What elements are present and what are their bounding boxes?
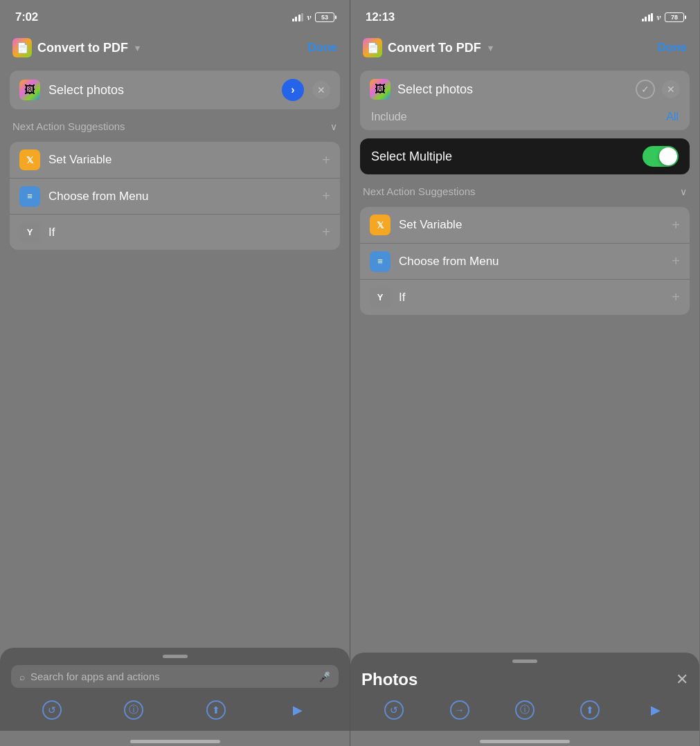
right-suggestion-list: 𝕏 Set Variable + ≡ Choose from Menu + Y … xyxy=(360,207,690,315)
right-signal-icon xyxy=(642,13,654,21)
left-status-icons: 𝝂 53 xyxy=(292,12,335,23)
right-toggle-knob xyxy=(659,147,677,165)
left-bottom-sheet: ⌕ Search for apps and actions 🎤 ↺ ⓘ ⬆ ▶ xyxy=(0,648,350,731)
right-suggestion-item-3[interactable]: Y If + xyxy=(360,279,690,315)
right-card-top-row: 🖼 Select photos ✓ ✕ xyxy=(370,79,680,107)
left-tab-info-icon[interactable]: ⓘ xyxy=(123,699,145,721)
right-set-variable-label: Set Variable xyxy=(399,218,663,232)
right-choose-menu-label: Choose from Menu xyxy=(399,255,663,269)
right-bottom-handle xyxy=(512,659,537,663)
left-suggestion-item-2[interactable]: ≡ Choose from Menu + xyxy=(10,178,340,214)
left-search-bar[interactable]: ⌕ Search for apps and actions 🎤 xyxy=(11,665,339,688)
left-tab-play-icon[interactable]: ▶ xyxy=(287,699,309,721)
left-home-indicator xyxy=(0,731,350,746)
left-set-variable-label: Set Variable xyxy=(48,153,314,167)
right-header-chevron-icon: ▾ xyxy=(488,43,493,53)
left-action-chevron-button[interactable]: › xyxy=(282,79,304,101)
left-action-close-button[interactable]: ✕ xyxy=(312,81,330,99)
right-card-check-icon: ✓ xyxy=(636,80,655,99)
left-bottom-tabs: ↺ ⓘ ⬆ ▶ xyxy=(11,695,339,724)
left-app-icon: 📄 xyxy=(12,38,32,57)
right-include-value[interactable]: All xyxy=(666,111,679,123)
left-photos-icon: 🖼 xyxy=(19,80,40,100)
left-phone-panel: 7:02 𝝂 53 📄 Convert to PDF ▾ Done xyxy=(0,0,350,746)
left-suggestions-header: Next Action Suggestions ∨ xyxy=(10,118,340,134)
right-photos-panel-title: Photos xyxy=(361,670,418,689)
right-photos-icon: 🖼 xyxy=(370,79,391,100)
right-select-photos-card[interactable]: 🖼 Select photos ✓ ✕ Include All xyxy=(360,71,690,130)
left-signal-icon xyxy=(292,13,304,21)
left-action-card-label: Select photos xyxy=(48,83,273,98)
left-select-photos-card[interactable]: 🖼 Select photos › ✕ xyxy=(10,71,340,109)
right-photos-panel-header: Photos ✕ xyxy=(361,670,688,689)
left-add-choose-menu-button[interactable]: + xyxy=(322,188,330,204)
right-header-title-text: Convert To PDF xyxy=(388,41,481,55)
right-close-icon: ✕ xyxy=(667,84,675,95)
right-tab-back-icon[interactable]: ↺ xyxy=(383,699,405,721)
left-suggestion-item-1[interactable]: 𝕏 Set Variable + xyxy=(10,142,340,178)
right-toggle-label: Select Multiple xyxy=(371,149,452,164)
right-if-icon: Y xyxy=(370,287,391,308)
left-suggestions-chevron-icon[interactable]: ∨ xyxy=(330,121,337,132)
right-add-set-variable-button[interactable]: + xyxy=(672,217,680,233)
left-header: 📄 Convert to PDF ▾ Done xyxy=(0,30,350,65)
left-suggestion-item-3[interactable]: Y If + xyxy=(10,214,340,250)
left-header-title-text: Convert to PDF xyxy=(37,41,128,55)
left-close-icon: ✕ xyxy=(317,84,325,95)
right-bottom-tabs: ↺ → ⓘ ⬆ ▶ xyxy=(361,695,688,724)
left-if-icon: Y xyxy=(19,222,40,243)
left-time: 7:02 xyxy=(15,10,38,24)
right-toggle-switch[interactable] xyxy=(643,146,679,167)
left-choose-from-menu-icon: ≡ xyxy=(19,186,40,207)
left-bottom-handle xyxy=(163,655,188,658)
left-tab-back-icon[interactable]: ↺ xyxy=(41,699,63,721)
left-if-label: If xyxy=(48,226,314,239)
left-tab-share-icon[interactable]: ⬆ xyxy=(205,699,227,721)
right-header-title: 📄 Convert To PDF ▾ xyxy=(363,38,493,57)
right-suggestion-item-1[interactable]: 𝕏 Set Variable + xyxy=(360,207,690,243)
left-status-bar: 7:02 𝝂 53 xyxy=(0,0,350,30)
left-choose-menu-label: Choose from Menu xyxy=(48,190,314,203)
left-search-icon: ⌕ xyxy=(19,671,25,682)
left-header-title: 📄 Convert to PDF ▾ xyxy=(12,38,140,57)
right-suggestion-item-2[interactable]: ≡ Choose from Menu + xyxy=(360,243,690,279)
right-tab-share-icon[interactable]: ⬆ xyxy=(579,699,601,721)
left-done-button[interactable]: Done xyxy=(308,41,338,55)
right-battery: 78 xyxy=(665,12,684,22)
left-search-placeholder: Search for apps and actions xyxy=(30,671,313,682)
right-tab-info-icon[interactable]: ⓘ xyxy=(514,699,536,721)
left-suggestions-title: Next Action Suggestions xyxy=(12,120,125,132)
right-action-close-button[interactable]: ✕ xyxy=(662,80,680,98)
right-toggle-card: Select Multiple xyxy=(360,138,690,174)
right-tab-play-icon[interactable]: ▶ xyxy=(645,699,667,721)
right-done-button[interactable]: Done xyxy=(658,41,688,55)
left-content: 🖼 Select photos › ✕ Next Action Suggesti… xyxy=(0,65,350,648)
right-time: 12:13 xyxy=(366,10,395,24)
right-suggestions-chevron-icon[interactable]: ∨ xyxy=(680,186,687,197)
right-suggestions-header: Next Action Suggestions ∨ xyxy=(360,183,690,199)
left-set-variable-icon: 𝕏 xyxy=(19,149,40,170)
right-include-label: Include xyxy=(371,111,407,123)
right-content: 🖼 Select photos ✓ ✕ Include All Select M… xyxy=(350,65,699,653)
right-app-icon: 📄 xyxy=(363,38,382,57)
right-suggestions-title: Next Action Suggestions xyxy=(363,185,476,197)
left-header-chevron-icon: ▾ xyxy=(135,43,140,53)
left-add-if-button[interactable]: + xyxy=(322,224,330,240)
left-battery: 53 xyxy=(315,12,334,22)
right-add-choose-menu-button[interactable]: + xyxy=(672,253,680,269)
right-photos-panel-close-button[interactable]: ✕ xyxy=(676,671,688,689)
left-mic-icon[interactable]: 🎤 xyxy=(318,671,330,682)
left-add-set-variable-button[interactable]: + xyxy=(322,152,330,168)
right-add-if-button[interactable]: + xyxy=(672,289,680,305)
right-set-variable-icon: 𝕏 xyxy=(370,215,391,235)
left-wifi-icon: 𝝂 xyxy=(307,12,312,23)
right-action-card-label: Select photos xyxy=(397,82,629,97)
right-phone-panel: 12:13 𝝂 78 📄 Convert To PDF ▾ Done xyxy=(350,0,699,746)
right-home-indicator xyxy=(350,731,699,746)
right-photos-bottom-panel: Photos ✕ ↺ → ⓘ ⬆ ▶ xyxy=(350,653,699,731)
right-choose-from-menu-icon: ≡ xyxy=(370,251,391,272)
right-status-bar: 12:13 𝝂 78 xyxy=(350,0,699,30)
right-header: 📄 Convert To PDF ▾ Done xyxy=(350,30,699,65)
left-chevron-btn-icon: › xyxy=(291,84,294,96)
right-tab-forward-icon[interactable]: → xyxy=(449,699,471,721)
